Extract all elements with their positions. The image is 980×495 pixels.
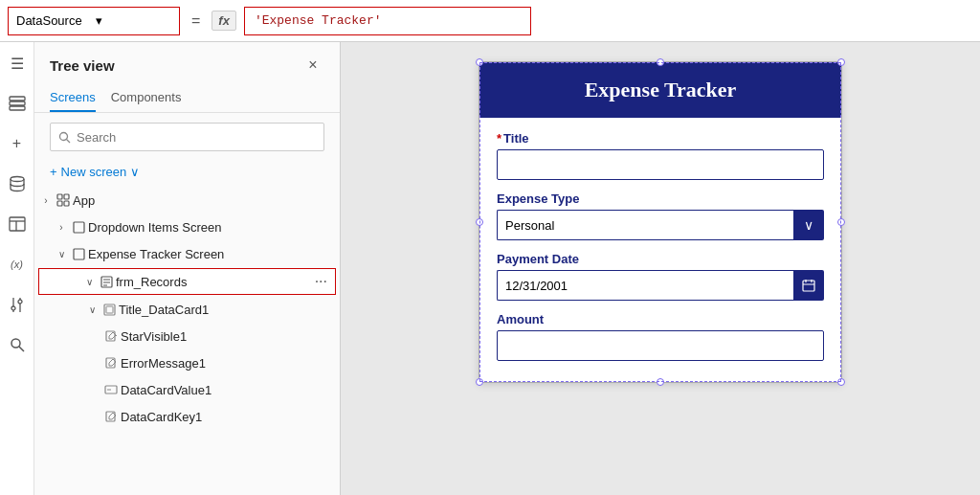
calendar-button[interactable] bbox=[793, 270, 824, 301]
hamburger-icon[interactable]: ☰ bbox=[4, 50, 31, 77]
svg-rect-21 bbox=[74, 222, 84, 233]
formula-value: 'Expense Tracker' bbox=[255, 13, 382, 28]
svg-line-14 bbox=[19, 347, 24, 351]
chevron-new-screen: ∨ bbox=[130, 165, 140, 179]
tab-screens[interactable]: Screens bbox=[50, 84, 96, 112]
svg-rect-35 bbox=[803, 281, 814, 291]
edit-icon-starvisible bbox=[103, 328, 119, 344]
tree-label-expense-screen: Expense Tracker Screen bbox=[88, 247, 336, 261]
field-input-amount[interactable] bbox=[497, 330, 824, 361]
field-input-title[interactable] bbox=[497, 149, 824, 180]
fx-icon: fx bbox=[212, 11, 236, 31]
chevron-expense-screen: ∨ bbox=[54, 246, 69, 261]
tree-item-datacardvalue[interactable]: DataCardValue1 bbox=[34, 376, 340, 403]
handle-ml[interactable] bbox=[476, 218, 483, 226]
label-text-title: Title bbox=[503, 131, 529, 146]
tree-label-errormessage: ErrorMessage1 bbox=[121, 356, 336, 371]
svg-point-7 bbox=[11, 306, 15, 310]
datasource-dropdown[interactable]: DataSource ▾ bbox=[8, 7, 180, 35]
plus-icon[interactable]: + bbox=[4, 130, 31, 157]
edit-icon-datacardkey bbox=[103, 409, 119, 424]
plus-icon-new: + bbox=[50, 165, 57, 179]
svg-point-3 bbox=[11, 177, 24, 182]
form-body: * Title Expense Type Personal ∨ bbox=[479, 118, 841, 382]
equals-sign: = bbox=[188, 12, 204, 30]
select-dropdown-button[interactable]: ∨ bbox=[793, 210, 824, 240]
canvas-area: Expense Tracker * Title Expense Type Per… bbox=[341, 42, 980, 495]
tree-title: Tree view bbox=[50, 57, 115, 74]
search-input[interactable] bbox=[77, 130, 316, 145]
form-header: Expense Tracker bbox=[479, 62, 841, 118]
form-title: Expense Tracker bbox=[585, 78, 737, 101]
label-text-expense-type: Expense Type bbox=[497, 191, 579, 206]
handle-br[interactable] bbox=[837, 378, 845, 386]
tree-header: Tree view × bbox=[34, 42, 340, 84]
chevron-frm-records: ∨ bbox=[81, 274, 97, 289]
variable-icon[interactable]: (x) bbox=[4, 251, 31, 278]
svg-rect-18 bbox=[64, 194, 69, 199]
tree-close-button[interactable]: × bbox=[301, 54, 324, 77]
svg-rect-22 bbox=[74, 249, 84, 259]
chevron-dropdown-screen: › bbox=[54, 219, 69, 235]
formula-box[interactable]: 'Expense Tracker' bbox=[244, 7, 531, 35]
svg-rect-2 bbox=[10, 106, 25, 110]
tab-components[interactable]: Components bbox=[111, 84, 182, 112]
new-screen-button[interactable]: + New screen ∨ bbox=[34, 161, 340, 183]
handle-bc[interactable] bbox=[657, 378, 664, 386]
tree-label-datacardkey: DataCardKey1 bbox=[121, 410, 336, 424]
top-bar: DataSource ▾ = fx 'Expense Tracker' bbox=[0, 0, 980, 42]
handle-tr[interactable] bbox=[837, 58, 845, 66]
layers-icon[interactable] bbox=[4, 90, 31, 117]
tree-item-errormessage[interactable]: ErrorMessage1 bbox=[34, 349, 340, 376]
chevron-title-datacard: ∨ bbox=[84, 302, 100, 317]
datasource-label: DataSource bbox=[16, 13, 92, 28]
field-label-amount: Amount bbox=[497, 312, 824, 326]
tree-label-datacardvalue: DataCardValue1 bbox=[121, 383, 336, 397]
form-preview: Expense Tracker * Title Expense Type Per… bbox=[479, 61, 842, 383]
sidebar-icons: ☰ + (x) bbox=[0, 42, 34, 495]
tree-item-frm-records[interactable]: ∨ frm_Records ··· bbox=[38, 268, 336, 295]
field-label-payment-date: Payment Date bbox=[497, 252, 824, 266]
datacard-icon-title bbox=[101, 302, 117, 317]
more-icon-records[interactable]: ··· bbox=[311, 273, 331, 290]
edit-icon-errormessage bbox=[103, 355, 119, 371]
table-icon[interactable] bbox=[4, 211, 31, 237]
form-icon-records bbox=[99, 274, 114, 289]
search-box bbox=[50, 123, 324, 151]
tools-icon[interactable] bbox=[4, 291, 31, 318]
handle-tc[interactable] bbox=[657, 58, 664, 66]
svg-point-15 bbox=[60, 132, 68, 140]
tree-item-expense-screen[interactable]: ∨ Expense Tracker Screen bbox=[34, 240, 340, 267]
field-label-expense-type: Expense Type bbox=[497, 191, 824, 206]
expense-type-wrapper: Personal ∨ bbox=[497, 210, 824, 240]
database-icon[interactable] bbox=[4, 170, 31, 197]
svg-rect-17 bbox=[57, 194, 62, 199]
field-input-payment-date[interactable] bbox=[497, 270, 793, 301]
app-icon bbox=[56, 192, 71, 208]
required-asterisk-title: * bbox=[497, 131, 501, 146]
calendar-icon bbox=[802, 279, 815, 292]
svg-rect-19 bbox=[57, 201, 62, 206]
handle-bl[interactable] bbox=[476, 378, 483, 386]
tree-panel: Tree view × Screens Components + New scr… bbox=[34, 42, 341, 495]
svg-point-8 bbox=[18, 300, 22, 304]
chevron-down-select: ∨ bbox=[804, 217, 813, 233]
tree-item-dropdown-screen[interactable]: › Dropdown Items Screen bbox=[34, 214, 340, 240]
tree-content: › App › Dropdown Items Screen ∨ bbox=[34, 187, 340, 495]
label-text-payment-date: Payment Date bbox=[497, 252, 579, 266]
tree-label-dropdown-screen: Dropdown Items Screen bbox=[88, 220, 336, 235]
field-select-expense-type[interactable]: Personal bbox=[497, 210, 793, 240]
payment-date-wrapper bbox=[497, 270, 824, 301]
tree-label-app: App bbox=[73, 193, 336, 208]
handle-mr[interactable] bbox=[837, 218, 845, 226]
tree-item-app[interactable]: › App bbox=[34, 187, 340, 214]
search-icon bbox=[58, 131, 71, 144]
tree-item-title-datacard[interactable]: ∨ Title_DataCard1 bbox=[34, 296, 340, 323]
tree-item-datacardkey[interactable]: DataCardKey1 bbox=[34, 403, 340, 430]
new-screen-label: New screen bbox=[61, 165, 127, 179]
handle-tl[interactable] bbox=[476, 58, 483, 66]
screen-icon-expense bbox=[71, 246, 86, 261]
svg-rect-1 bbox=[10, 101, 25, 105]
tree-item-starvisible[interactable]: StarVisible1 bbox=[34, 323, 340, 349]
search-icon-side[interactable] bbox=[4, 331, 31, 358]
